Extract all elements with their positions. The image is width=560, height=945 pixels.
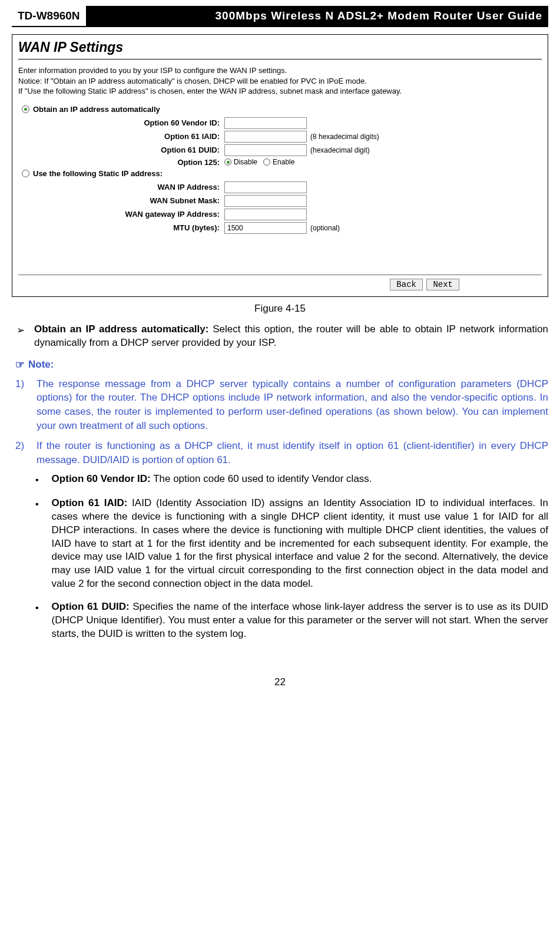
field-label: WAN Subnet Mask: xyxy=(18,196,224,205)
field-label: MTU (bytes): xyxy=(18,223,224,232)
row-mtu: MTU (bytes): (optional) xyxy=(18,222,542,234)
option-item: • Option 60 Vendor ID: The option code 6… xyxy=(35,472,548,487)
model-label: TD-W8960N xyxy=(12,6,86,26)
row-option125: Option 125: Disable Enable xyxy=(18,158,542,167)
field-label: Option 61 IAID: xyxy=(18,132,224,141)
field-label: WAN gateway IP Address: xyxy=(18,210,224,219)
intro-line: If "Use the following Static IP address"… xyxy=(18,87,402,95)
field-suffix: (8 hexadecimal digits) xyxy=(310,133,379,141)
row-wan-gw: WAN gateway IP Address: xyxy=(18,209,542,220)
page-number: 22 xyxy=(12,676,548,688)
figure-intro: Enter information provided to you by you… xyxy=(18,65,542,97)
field-label: Option 61 DUID: xyxy=(18,146,224,154)
option-bold: Option 61 IAID: xyxy=(52,497,128,508)
note-header: ☞ Note: xyxy=(15,358,548,371)
note-list: 1) The response message from a DHCP serv… xyxy=(15,377,548,467)
option-bold: Option 61 DUID: xyxy=(52,601,130,612)
radio-static-ip[interactable]: Use the following Static IP address: xyxy=(22,169,542,178)
option61-duid-input[interactable] xyxy=(224,144,307,156)
note-number: 2) xyxy=(15,439,28,467)
back-button[interactable]: Back xyxy=(390,279,423,290)
option-text: Option 61 DUID: Specifies the name of th… xyxy=(52,600,548,641)
arrow-icon: ➢ xyxy=(16,324,25,350)
divider xyxy=(18,59,542,60)
option-item: • Option 61 DUID: Specifies the name of … xyxy=(35,600,548,641)
radio-label: Obtain an IP address automatically xyxy=(33,105,160,114)
radio-label: Enable xyxy=(273,158,294,166)
wan-ip-input[interactable] xyxy=(224,181,307,193)
radio-icon xyxy=(224,158,231,166)
row-wan-mask: WAN Subnet Mask: xyxy=(18,195,542,207)
figure-title: WAN IP Settings xyxy=(18,39,542,55)
radio-icon xyxy=(263,158,270,166)
wan-gw-input[interactable] xyxy=(224,209,307,220)
doc-header: TD-W8960N 300Mbps Wireless N ADSL2+ Mode… xyxy=(12,6,548,27)
bullet-icon: • xyxy=(35,474,39,487)
option-bold: Option 60 Vendor ID: xyxy=(52,473,151,484)
option125-enable[interactable]: Enable xyxy=(263,158,294,166)
bullet-obtain-auto: ➢ Obtain an IP address automatically: Se… xyxy=(16,323,548,350)
field-label: Option 125: xyxy=(18,158,224,167)
bullet-text: Obtain an IP address automatically: Sele… xyxy=(34,323,548,350)
option-rest: The option code 60 used to identify Vend… xyxy=(151,473,372,484)
radio-icon xyxy=(22,170,29,177)
option-rest: IAID (Identity Association ID) assigns a… xyxy=(52,497,548,590)
wan-mask-input[interactable] xyxy=(224,195,307,207)
row-wan-ip: WAN IP Address: xyxy=(18,181,542,193)
field-label: Option 60 Vendor ID: xyxy=(18,118,224,127)
option-text: Option 60 Vendor ID: The option code 60 … xyxy=(52,472,372,487)
button-bar: Back Next xyxy=(18,279,542,290)
divider xyxy=(18,275,542,275)
row-option61-iaid: Option 61 IAID: (8 hexadecimal digits) xyxy=(18,131,542,143)
note-label: Note: xyxy=(28,359,54,371)
row-option61-duid: Option 61 DUID: (hexadecimal digit) xyxy=(18,144,542,156)
option-text: Option 61 IAID: IAID (Identity Associati… xyxy=(52,497,548,592)
option60-input[interactable] xyxy=(224,117,307,129)
intro-line: Notice: If "Obtain an IP address automat… xyxy=(18,77,367,85)
bullet-bold: Obtain an IP address automatically: xyxy=(34,323,208,335)
note-item: 1) The response message from a DHCP serv… xyxy=(15,377,548,433)
field-label: WAN IP Address: xyxy=(18,183,224,191)
options-list: • Option 60 Vendor ID: The option code 6… xyxy=(35,472,548,641)
option61-iaid-input[interactable] xyxy=(224,131,307,143)
radio-obtain-auto[interactable]: Obtain an IP address automatically xyxy=(22,105,542,114)
intro-line: Enter information provided to you by you… xyxy=(18,66,287,75)
row-option60: Option 60 Vendor ID: xyxy=(18,117,542,129)
radio-label: Disable xyxy=(234,158,257,166)
note-text: If the router is functioning as a DHCP c… xyxy=(37,439,548,467)
bullet-icon: • xyxy=(35,498,39,592)
figure-wan-ip-settings: WAN IP Settings Enter information provid… xyxy=(12,34,548,297)
mtu-input[interactable] xyxy=(224,222,307,234)
next-button[interactable]: Next xyxy=(426,279,459,290)
note-number: 1) xyxy=(15,377,28,433)
field-suffix: (optional) xyxy=(310,224,340,232)
field-suffix: (hexadecimal digit) xyxy=(310,146,370,154)
note-text: The response message from a DHCP server … xyxy=(37,377,548,433)
bullet-icon: • xyxy=(35,602,39,641)
option125-disable[interactable]: Disable xyxy=(224,158,257,166)
doc-title: 300Mbps Wireless N ADSL2+ Modem Router U… xyxy=(86,6,548,26)
pointing-hand-icon: ☞ xyxy=(15,358,25,371)
figure-caption: Figure 4-15 xyxy=(12,303,548,315)
radio-icon xyxy=(22,105,29,113)
radio-label: Use the following Static IP address: xyxy=(33,169,163,178)
option-item: • Option 61 IAID: IAID (Identity Associa… xyxy=(35,497,548,592)
note-item: 2) If the router is functioning as a DHC… xyxy=(15,439,548,467)
